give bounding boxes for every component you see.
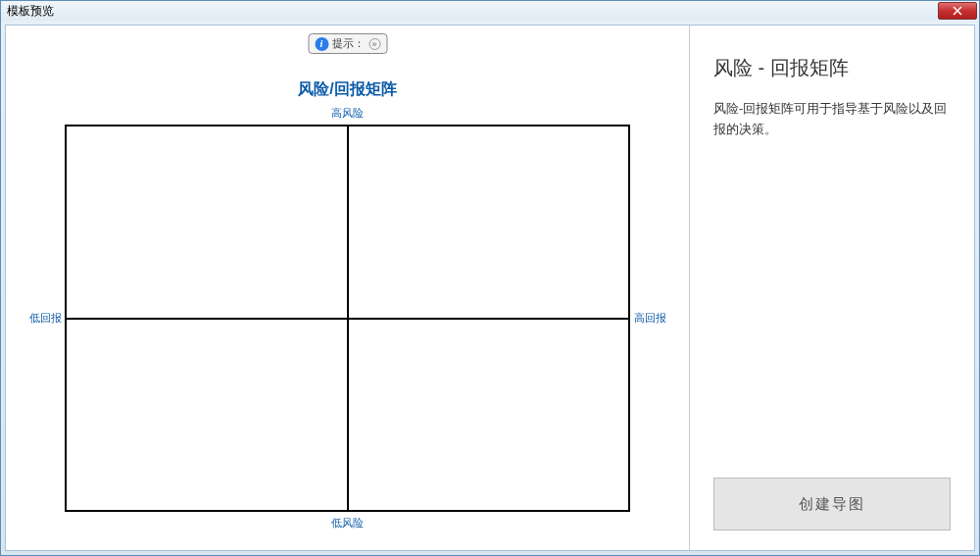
- info-top: 风险 - 回报矩阵 风险-回报矩阵可用于指导基于风险以及回报的决策。: [713, 55, 951, 140]
- create-map-label: 创建导图: [799, 495, 865, 514]
- close-button[interactable]: [938, 2, 977, 20]
- template-description: 风险-回报矩阵可用于指导基于风险以及回报的决策。: [713, 99, 951, 140]
- info-icon: i: [315, 37, 328, 51]
- close-icon: [953, 6, 962, 16]
- matrix-body: 低回报 高回报: [25, 125, 669, 512]
- template-preview-window: 模板预览 i 提示： » 风险/回报矩阵 高风险 低回报: [0, 0, 980, 556]
- create-map-button[interactable]: 创建导图: [713, 478, 951, 531]
- hint-box: i 提示： »: [308, 33, 387, 54]
- matrix-diagram: 风险/回报矩阵 高风险 低回报 高回报 低风险: [25, 79, 669, 540]
- matrix-bottom-axis-label: 低风险: [25, 516, 669, 531]
- preview-panel: i 提示： » 风险/回报矩阵 高风险 低回报 高回报 低风险: [6, 25, 690, 550]
- matrix-left-axis-label: 低回报: [25, 311, 65, 326]
- matrix-grid: [65, 125, 630, 512]
- matrix-right-axis-label: 高回报: [630, 311, 669, 326]
- template-name: 风险 - 回报矩阵: [713, 55, 951, 81]
- matrix-horizontal-divider: [67, 318, 628, 320]
- hint-label: 提示：: [332, 36, 365, 51]
- content-area: i 提示： » 风险/回报矩阵 高风险 低回报 高回报 低风险: [5, 25, 975, 551]
- expand-hint-button[interactable]: »: [368, 38, 380, 50]
- matrix-top-axis-label: 高风险: [25, 106, 669, 121]
- matrix-title: 风险/回报矩阵: [25, 79, 669, 100]
- window-title: 模板预览: [7, 3, 54, 20]
- info-panel: 风险 - 回报矩阵 风险-回报矩阵可用于指导基于风险以及回报的决策。 创建导图: [690, 25, 974, 550]
- titlebar: 模板预览: [1, 1, 979, 21]
